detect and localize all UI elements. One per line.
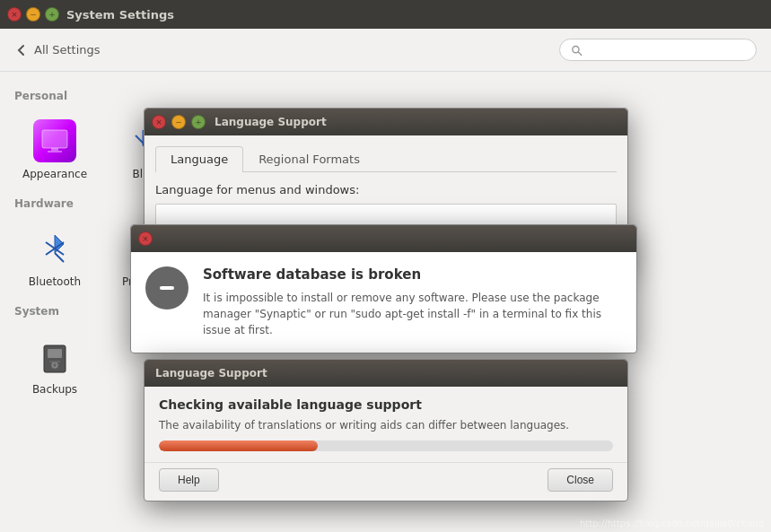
appearance-icon — [33, 119, 76, 162]
progress-dialog-title: Language Support — [155, 367, 267, 379]
svg-rect-4 — [48, 151, 62, 153]
svg-rect-3 — [51, 148, 58, 151]
tab-regional-formats[interactable]: Regional Formats — [243, 146, 375, 171]
window-controls: × − + — [7, 7, 59, 22]
svg-rect-24 — [160, 286, 174, 290]
svg-point-0 — [573, 46, 579, 52]
maximize-button[interactable]: + — [45, 7, 59, 22]
bluetooth-icon — [37, 231, 73, 266]
progress-heading: Checking available language support — [159, 397, 613, 412]
bluetooth-label: Bluetooth — [29, 275, 81, 288]
svg-rect-22 — [49, 361, 60, 362]
progress-bar-track — [159, 440, 613, 451]
minimize-button[interactable]: − — [26, 7, 40, 22]
lang-dialog-close[interactable]: × — [152, 115, 166, 129]
svg-rect-19 — [48, 349, 62, 358]
all-settings-label: All Settings — [34, 43, 101, 57]
stop-icon — [154, 275, 180, 301]
all-settings-button[interactable]: All Settings — [14, 43, 101, 57]
progress-dialog[interactable]: Language Support Checking available lang… — [144, 359, 628, 501]
bluetooth-item[interactable]: Bluetooth — [14, 217, 95, 298]
title-bar: × − + System Settings — [0, 0, 771, 29]
tab-language[interactable]: Language — [155, 146, 243, 172]
backups-icon — [37, 338, 73, 374]
personal-section-label: Personal — [14, 90, 757, 102]
back-icon — [14, 43, 29, 57]
appearance-item[interactable]: Appearance — [14, 109, 95, 190]
search-box[interactable] — [559, 39, 757, 61]
lang-dialog-maximize[interactable]: + — [191, 115, 206, 129]
close-button[interactable]: Close — [548, 468, 613, 492]
error-dialog[interactable]: × Software database is broken It is impo… — [130, 224, 637, 353]
error-content: Software database is broken It is imposs… — [203, 266, 622, 338]
help-button[interactable]: Help — [159, 468, 219, 492]
search-icon — [571, 44, 583, 57]
appearance-icon-box — [33, 119, 76, 162]
error-heading: Software database is broken — [203, 266, 622, 283]
lang-dialog-minimize[interactable]: − — [171, 115, 186, 129]
error-icon — [145, 266, 188, 310]
error-dialog-titlebar: × — [131, 225, 636, 252]
progress-dialog-body: Checking available language support The … — [145, 387, 627, 451]
backups-item[interactable]: Backups — [14, 325, 95, 406]
svg-line-1 — [579, 52, 582, 55]
tab-bar: Language Regional Formats — [155, 146, 617, 172]
watermark: http://https://blog.csdn.net/deijie0/cha… — [580, 519, 764, 528]
progress-bar-fill — [159, 440, 318, 451]
monitor-icon — [40, 128, 69, 153]
search-input[interactable] — [588, 43, 745, 57]
lang-dialog-title: Language Support — [215, 116, 327, 128]
close-button[interactable]: × — [7, 7, 22, 22]
lang-menus-label: Language for menus and windows: — [155, 183, 617, 196]
error-dialog-close[interactable]: × — [138, 231, 153, 246]
error-dialog-body: Software database is broken It is imposs… — [131, 252, 636, 353]
progress-dialog-titlebar: Language Support — [145, 360, 627, 387]
backups-icon-box — [33, 335, 76, 378]
lang-dialog-titlebar: × − + Language Support — [145, 109, 627, 135]
window-title: System Settings — [66, 8, 174, 22]
progress-body: The availability of translations or writ… — [159, 419, 613, 432]
svg-point-21 — [53, 363, 57, 367]
dialog-buttons: Help Close — [145, 462, 627, 501]
error-body: It is impossible to install or remove an… — [203, 290, 622, 338]
top-bar: All Settings — [0, 29, 771, 72]
svg-rect-2 — [42, 130, 67, 148]
backups-label: Backups — [32, 383, 77, 396]
appearance-label: Appearance — [22, 168, 87, 180]
bluetooth-icon-box — [33, 227, 76, 270]
